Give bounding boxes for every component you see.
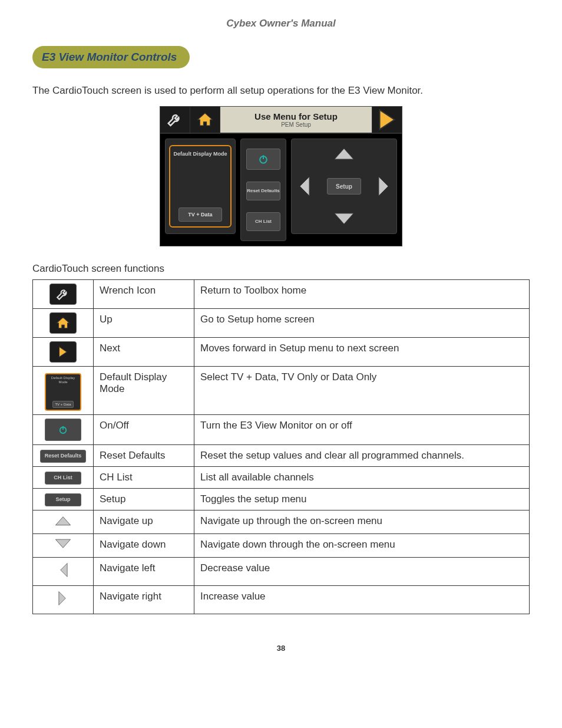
nav-down-icon xyxy=(53,538,73,551)
power-icon xyxy=(45,419,81,441)
default-display-panel: Default Display Mode TV + Data xyxy=(165,139,236,234)
func-desc: Reset the setup values and clear all pro… xyxy=(194,445,530,467)
ch-list-icon: CH List xyxy=(45,472,81,485)
table-row: Reset Defaults Reset Defaults Reset the … xyxy=(33,445,530,467)
nav-left-icon xyxy=(295,174,312,198)
func-desc: Increase value xyxy=(194,586,530,614)
nav-up-icon xyxy=(332,145,356,162)
func-desc: Turn the E3 View Monitor on or off xyxy=(194,415,530,445)
table-row: Navigate down Navigate down through the … xyxy=(33,534,530,558)
reset-defaults-button: Reset Defaults xyxy=(246,182,280,200)
setup-button: Setup xyxy=(327,178,361,195)
nav-down-icon xyxy=(332,211,356,228)
table-row: Next Moves forward in Setup menu to next… xyxy=(33,338,530,367)
func-name: Navigate down xyxy=(94,534,194,558)
setup-icon: Setup xyxy=(45,493,81,506)
wrench-icon xyxy=(49,284,77,305)
table-row: Navigate right Increase value xyxy=(33,586,530,614)
func-desc: Moves forward in Setup menu to next scre… xyxy=(194,338,530,367)
func-name: Navigate left xyxy=(94,558,194,586)
document-title: Cybex Owner's Manual xyxy=(32,18,530,29)
func-name: Wrench Icon xyxy=(94,280,194,309)
mid-controls: Reset Defaults CH List xyxy=(240,139,286,241)
func-name: Default Display Mode xyxy=(94,367,194,415)
home-icon xyxy=(49,312,77,334)
next-icon xyxy=(372,107,402,133)
nav-left-icon xyxy=(57,561,69,579)
func-name: Up xyxy=(94,309,194,338)
func-name: Navigate right xyxy=(94,586,194,614)
next-icon xyxy=(49,341,77,363)
func-desc: Return to Toolbox home xyxy=(194,280,530,309)
func-name: Reset Defaults xyxy=(94,445,194,467)
nav-right-icon xyxy=(57,589,69,607)
cardiotouch-screenshot: Use Menu for Setup PEM Setup Default Dis… xyxy=(160,106,402,246)
functions-table: Wrench Icon Return to Toolbox home Up Go… xyxy=(32,279,530,614)
func-name: On/Off xyxy=(94,415,194,445)
power-icon xyxy=(246,149,280,170)
table-row: On/Off Turn the E3 View Monitor on or of… xyxy=(33,415,530,445)
intro-text: The CardioTouch screen is used to perfor… xyxy=(32,85,530,97)
func-desc: Navigate up through the on-screen menu xyxy=(194,510,530,534)
table-row: Wrench Icon Return to Toolbox home xyxy=(33,280,530,309)
home-icon xyxy=(190,107,220,133)
table-row: Default Display Mode TV + Data Default D… xyxy=(33,367,530,415)
table-row: Up Go to Setup home screen xyxy=(33,309,530,338)
func-desc: Navigate down through the on-screen menu xyxy=(194,534,530,558)
nav-pad: Setup xyxy=(291,139,397,234)
func-name: CH List xyxy=(94,467,194,489)
func-desc: Decrease value xyxy=(194,558,530,586)
nav-right-icon xyxy=(376,174,393,198)
wrench-icon xyxy=(160,107,190,133)
func-desc: List all available channels xyxy=(194,467,530,489)
func-desc: Select TV + Data, TV Only or Data Only xyxy=(194,367,530,415)
table-row: CH List CH List List all available chann… xyxy=(33,467,530,489)
func-desc: Toggles the setup menu xyxy=(194,489,530,510)
topbar-label: Use Menu for Setup PEM Setup xyxy=(220,107,372,133)
func-desc: Go to Setup home screen xyxy=(194,309,530,338)
section-heading: E3 View Monitor Controls xyxy=(32,46,190,68)
functions-caption: CardioTouch screen functions xyxy=(32,263,530,275)
table-row: Navigate up Navigate up through the on-s… xyxy=(33,510,530,534)
default-display-mode-icon: Default Display Mode TV + Data xyxy=(45,373,81,411)
func-name: Navigate up xyxy=(94,510,194,534)
page-number: 38 xyxy=(32,644,530,653)
reset-defaults-icon: Reset Defaults xyxy=(40,450,87,463)
nav-up-icon xyxy=(53,514,73,527)
table-row: Setup Setup Toggles the setup menu xyxy=(33,489,530,510)
func-name: Setup xyxy=(94,489,194,510)
ch-list-button: CH List xyxy=(246,212,280,231)
func-name: Next xyxy=(94,338,194,367)
table-row: Navigate left Decrease value xyxy=(33,558,530,586)
default-display-value: TV + Data xyxy=(178,207,222,222)
